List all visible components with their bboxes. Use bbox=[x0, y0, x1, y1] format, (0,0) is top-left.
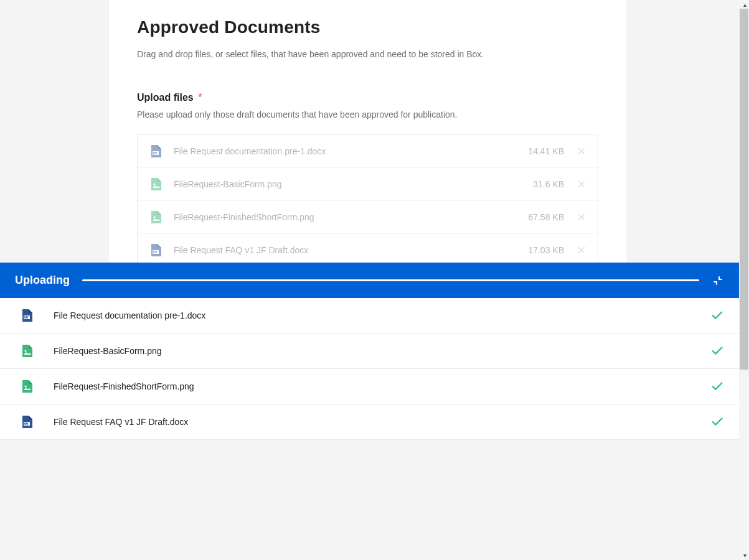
page-subtitle: Drag and drop files, or select files, th… bbox=[137, 49, 598, 61]
file-type-docx-icon bbox=[20, 414, 35, 429]
scrollbar-track[interactable] bbox=[740, 9, 748, 551]
upload-progress-bar bbox=[82, 279, 699, 281]
upload-help-text: Please upload only those draft documents… bbox=[137, 110, 598, 119]
page-title: Approved Documents bbox=[137, 0, 598, 37]
upload-item-name: FileRequest-FinishedShortForm.png bbox=[54, 381, 710, 391]
required-indicator: * bbox=[198, 92, 202, 103]
check-icon bbox=[710, 309, 724, 322]
queued-file-size: 17.03 KB bbox=[528, 245, 564, 255]
queued-file-name: FileRequest-FinishedShortForm.png bbox=[174, 212, 528, 222]
queued-file-size: 14.41 KB bbox=[528, 146, 564, 156]
queued-file-name: FileRequest-BasicForm.png bbox=[174, 179, 533, 189]
main-content: Approved Documents Drag and drop files, … bbox=[109, 0, 626, 263]
remove-file-button[interactable] bbox=[577, 179, 586, 189]
upload-label-row: Upload files * bbox=[137, 92, 598, 103]
upload-label: Upload files bbox=[137, 92, 194, 103]
queued-file-list: File Request documentation pre-1.docx14.… bbox=[137, 134, 598, 263]
queued-file-row: File Request documentation pre-1.docx14.… bbox=[138, 135, 598, 168]
file-type-docx-icon bbox=[20, 308, 35, 323]
remove-file-button[interactable] bbox=[577, 146, 586, 156]
queued-file-size: 67.58 KB bbox=[528, 212, 564, 222]
check-icon bbox=[710, 344, 724, 358]
collapse-icon[interactable] bbox=[712, 274, 724, 287]
upload-panel-title: Uploading bbox=[15, 274, 70, 287]
upload-section: Upload files * Please upload only those … bbox=[137, 92, 598, 263]
check-icon bbox=[710, 380, 724, 393]
file-type-docx-icon bbox=[149, 144, 164, 159]
check-icon bbox=[710, 415, 724, 429]
scroll-down-arrow[interactable]: ▾ bbox=[743, 552, 747, 559]
queued-file-name: File Request documentation pre-1.docx bbox=[174, 146, 528, 156]
upload-item-name: FileRequest-BasicForm.png bbox=[54, 346, 710, 356]
remove-file-button[interactable] bbox=[577, 212, 586, 222]
upload-item-row: FileRequest-FinishedShortForm.png bbox=[0, 369, 739, 404]
queued-file-name: File Request FAQ v1 JF Draft.docx bbox=[174, 245, 528, 255]
queued-file-size: 31.6 KB bbox=[533, 179, 564, 189]
queued-file-row: FileRequest-BasicForm.png31.6 KB bbox=[138, 168, 598, 201]
upload-item-row: FileRequest-BasicForm.png bbox=[0, 334, 739, 369]
upload-item-row: File Request FAQ v1 JF Draft.docx bbox=[0, 404, 739, 440]
upload-item-name: File Request FAQ v1 JF Draft.docx bbox=[54, 417, 710, 427]
file-type-png-icon bbox=[149, 177, 164, 192]
upload-panel-header: Uploading bbox=[0, 263, 739, 298]
upload-item-row: File Request documentation pre-1.docx bbox=[0, 298, 739, 334]
upload-item-name: File Request documentation pre-1.docx bbox=[54, 310, 710, 320]
scroll-up-arrow[interactable]: ▴ bbox=[743, 1, 747, 8]
upload-progress-panel: Uploading File Request documentation pre… bbox=[0, 263, 739, 440]
upload-item-list: File Request documentation pre-1.docxFil… bbox=[0, 298, 739, 440]
file-type-png-icon bbox=[20, 343, 35, 358]
queued-file-row: File Request FAQ v1 JF Draft.docx17.03 K… bbox=[138, 234, 598, 263]
file-type-png-icon bbox=[149, 210, 164, 225]
queued-file-row: FileRequest-FinishedShortForm.png67.58 K… bbox=[138, 201, 598, 234]
file-type-png-icon bbox=[20, 379, 35, 394]
file-type-docx-icon bbox=[149, 243, 164, 258]
remove-file-button[interactable] bbox=[577, 245, 586, 255]
scrollbar-thumb[interactable] bbox=[740, 9, 748, 370]
